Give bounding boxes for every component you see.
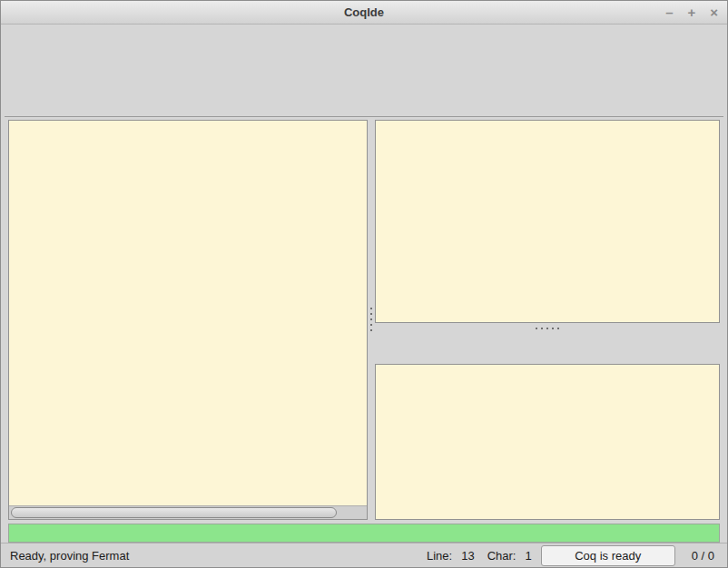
vertical-splitter[interactable] <box>368 119 375 520</box>
title-bar[interactable]: CoqIde – + × <box>1 1 727 24</box>
messages-notebook <box>375 334 720 520</box>
document-tabstrip <box>5 86 723 117</box>
progress-bar <box>8 524 720 543</box>
messages-tabstrip <box>375 334 720 364</box>
scrollbar-thumb[interactable] <box>11 507 337 518</box>
horizontal-splitter[interactable] <box>375 323 720 334</box>
coqide-window: CoqIde – + × Ready, proving F <box>0 0 728 568</box>
toolbar <box>1 46 727 84</box>
menu-bar <box>1 24 727 46</box>
minimize-icon[interactable]: – <box>665 1 673 24</box>
status-bar: Ready, proving Fermat Line: 13 Char: 1 C… <box>1 543 727 567</box>
maximize-icon[interactable]: + <box>687 1 695 24</box>
script-pane <box>8 120 368 520</box>
main-area <box>1 117 727 522</box>
horizontal-scrollbar[interactable] <box>9 505 367 519</box>
char-value: 1 <box>525 549 531 563</box>
line-label: Line: <box>427 549 452 563</box>
char-label: Char: <box>487 549 516 563</box>
status-text: Ready, proving Fermat <box>10 549 129 563</box>
messages-content[interactable] <box>375 364 720 520</box>
line-value: 13 <box>461 549 474 563</box>
script-editor[interactable] <box>9 121 367 505</box>
window-title: CoqIde <box>1 5 727 19</box>
goals-pane[interactable] <box>375 120 720 323</box>
close-icon[interactable]: × <box>710 1 718 24</box>
worker-counter: 0 / 0 <box>692 549 714 563</box>
coq-state-indicator: Coq is ready <box>541 545 675 566</box>
